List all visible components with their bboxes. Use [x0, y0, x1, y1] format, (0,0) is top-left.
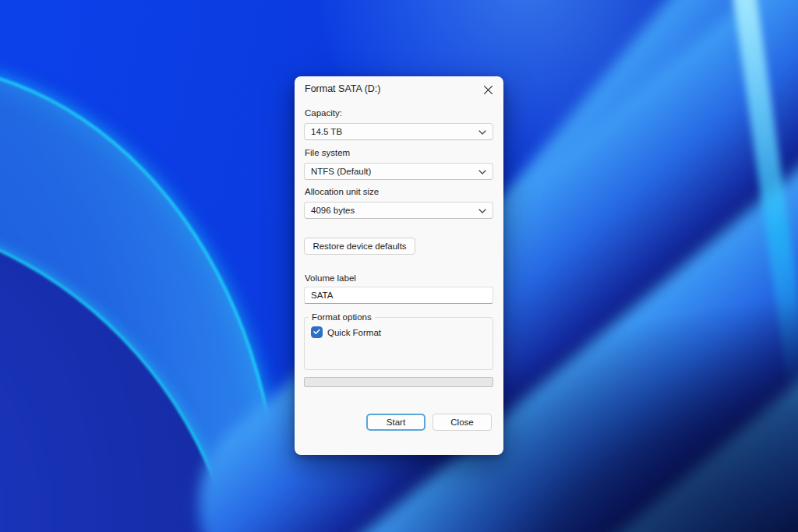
file-system-value: NTFS (Default) [311, 167, 371, 176]
allocation-unit-select[interactable]: 4096 bytes [304, 202, 493, 219]
close-dialog-button[interactable]: Close [433, 414, 492, 431]
allocation-unit-value: 4096 bytes [311, 206, 355, 215]
dialog-title: Format SATA (D:) [305, 83, 380, 94]
format-dialog: Format SATA (D:) Capacity: 14.5 TB File … [295, 76, 503, 455]
chevron-down-icon [478, 167, 486, 176]
capacity-label: Capacity: [305, 108, 342, 118]
restore-defaults-button[interactable]: Restore device defaults [304, 238, 415, 255]
capacity-select[interactable]: 14.5 TB [304, 123, 493, 140]
allocation-unit-label: Allocation unit size [305, 187, 379, 196]
format-options-group: Format options Quick Format [304, 312, 493, 370]
quick-format-label[interactable]: Quick Format [327, 328, 381, 337]
chevron-down-icon [478, 206, 486, 215]
volume-label: Volume label [305, 273, 356, 283]
file-system-select[interactable]: NTFS (Default) [304, 163, 493, 180]
volume-label-input[interactable] [304, 287, 493, 304]
start-button[interactable]: Start [366, 414, 425, 431]
format-options-legend: Format options [309, 312, 375, 322]
capacity-value: 14.5 TB [311, 127, 342, 136]
chevron-down-icon [478, 127, 486, 136]
close-icon [483, 85, 493, 97]
close-button[interactable] [480, 83, 496, 98]
quick-format-checkbox[interactable] [311, 326, 323, 338]
format-progress-bar [304, 377, 493, 387]
check-icon [312, 327, 321, 337]
file-system-label: File system [305, 148, 350, 157]
